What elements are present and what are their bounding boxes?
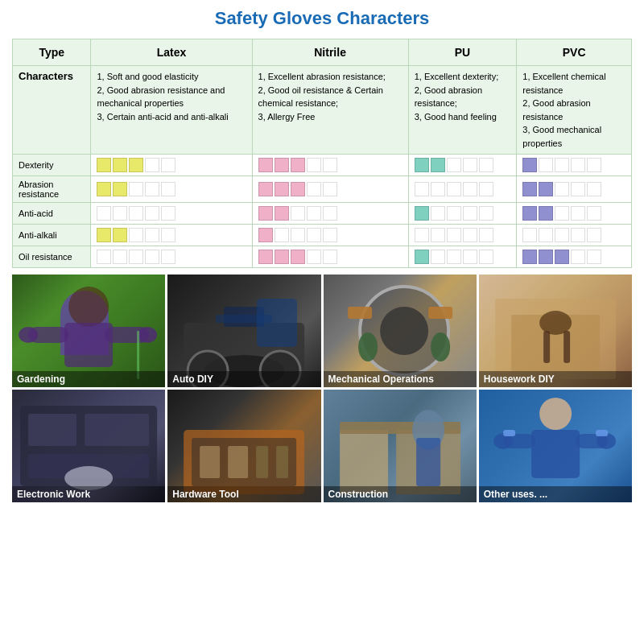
svg-rect-33 bbox=[256, 446, 268, 478]
construction-image: Construction bbox=[324, 390, 477, 502]
svg-point-0 bbox=[68, 287, 109, 327]
nitrile-dexterity bbox=[252, 155, 408, 176]
oilresistance-row: Oil resistance bbox=[13, 246, 632, 268]
pvc-chars-cell: 1, Excellent chemical resistance 2, Good… bbox=[517, 66, 632, 155]
col-pu: PU bbox=[408, 39, 517, 66]
electronic-label: Electronic Work bbox=[12, 486, 165, 502]
svg-rect-41 bbox=[531, 430, 580, 478]
housework-image: Housework DIY bbox=[479, 275, 632, 387]
svg-rect-35 bbox=[340, 430, 388, 494]
latex-antialkali bbox=[91, 225, 252, 246]
characters-row: Characters 1, Soft and good elasticity 2… bbox=[13, 66, 632, 155]
svg-rect-39 bbox=[416, 438, 440, 486]
abrasion-label: Abrasion resistance bbox=[13, 176, 91, 203]
use-cases-grid: Gardening Auto DIY Mechanical bbox=[12, 275, 632, 502]
col-type: Type bbox=[13, 39, 91, 66]
nitrile-chars-cell: 1, Excellent abrasion resistance; 2, Goo… bbox=[252, 66, 408, 155]
svg-rect-1 bbox=[64, 323, 113, 367]
dexterity-row: Dexterity bbox=[13, 155, 632, 176]
pu-dexterity bbox=[408, 155, 517, 176]
latex-dexterity bbox=[91, 155, 252, 176]
construction-label: Construction bbox=[324, 486, 477, 502]
svg-rect-34 bbox=[276, 446, 288, 478]
svg-point-18 bbox=[431, 332, 450, 361]
nitrile-oil bbox=[252, 246, 408, 268]
pvc-chars: 1, Excellent chemical resistance 2, Good… bbox=[522, 70, 625, 150]
mechanical-image: Mechanical Operations bbox=[324, 275, 477, 387]
oilresistance-label: Oil resistance bbox=[13, 246, 91, 268]
pvc-abrasion bbox=[517, 176, 632, 203]
antialkali-row: Anti-alkali bbox=[13, 225, 632, 246]
svg-rect-25 bbox=[28, 414, 76, 446]
svg-point-5 bbox=[138, 327, 157, 343]
gardening-image: Gardening bbox=[12, 275, 165, 387]
col-pvc: PVC bbox=[517, 39, 632, 66]
antiacid-row: Anti-acid bbox=[13, 203, 632, 225]
electronic-image: Electronic Work bbox=[12, 390, 165, 502]
pvc-oil bbox=[517, 246, 632, 268]
abrasion-row: Abrasion resistance bbox=[13, 176, 632, 203]
svg-rect-15 bbox=[348, 307, 372, 319]
pu-oil bbox=[408, 246, 517, 268]
nitrile-abrasion bbox=[252, 176, 408, 203]
svg-point-17 bbox=[358, 332, 378, 361]
latex-chars-cell: 1, Soft and good elasticity 2, Good abra… bbox=[91, 66, 252, 155]
svg-rect-31 bbox=[200, 446, 220, 478]
page-title: Safety Gloves Characters bbox=[12, 8, 632, 29]
pu-abrasion bbox=[408, 176, 517, 203]
hardware-image: Hardware Tool bbox=[167, 390, 320, 502]
svg-rect-26 bbox=[85, 414, 149, 446]
nitrile-chars: 1, Excellent abrasion resistance; 2, Goo… bbox=[258, 70, 402, 123]
svg-point-4 bbox=[19, 327, 38, 343]
characters-table: Type Latex Nitrile PU PVC Characters 1, … bbox=[12, 39, 632, 268]
dexterity-label: Dexterity bbox=[13, 155, 91, 176]
latex-antiacid bbox=[91, 203, 252, 225]
svg-rect-12 bbox=[216, 315, 272, 323]
antialkali-label: Anti-alkali bbox=[13, 225, 91, 246]
hardware-label: Hardware Tool bbox=[167, 486, 320, 502]
other-image: Other uses. ... bbox=[479, 390, 632, 502]
pvc-antialkali bbox=[517, 225, 632, 246]
latex-abrasion bbox=[91, 176, 252, 203]
gardening-label: Gardening bbox=[12, 371, 165, 387]
col-nitrile: Nitrile bbox=[252, 39, 408, 66]
housework-label: Housework DIY bbox=[479, 371, 632, 387]
svg-rect-22 bbox=[543, 331, 550, 363]
mechanical-label: Mechanical Operations bbox=[324, 371, 477, 387]
svg-rect-32 bbox=[228, 446, 248, 478]
pvc-antiacid bbox=[517, 203, 632, 225]
svg-rect-46 bbox=[503, 430, 515, 436]
svg-rect-47 bbox=[596, 430, 608, 436]
autodiy-label: Auto DIY bbox=[167, 371, 320, 387]
pu-antiacid bbox=[408, 203, 517, 225]
pvc-dexterity bbox=[517, 155, 632, 176]
pu-chars: 1, Excellent dexterity; 2, Good abrasion… bbox=[415, 70, 511, 123]
latex-oil bbox=[91, 246, 252, 268]
svg-rect-23 bbox=[564, 331, 570, 363]
pu-antialkali bbox=[408, 225, 517, 246]
other-label: Other uses. ... bbox=[479, 486, 632, 502]
row-characters-label: Characters bbox=[13, 66, 91, 155]
pu-chars-cell: 1, Excellent dexterity; 2, Good abrasion… bbox=[408, 66, 517, 155]
col-latex: Latex bbox=[91, 39, 252, 66]
svg-point-40 bbox=[539, 398, 572, 430]
svg-point-14 bbox=[380, 307, 428, 355]
svg-rect-16 bbox=[428, 307, 452, 319]
latex-chars: 1, Soft and good elasticity 2, Good abra… bbox=[97, 70, 246, 123]
autodiy-image: Auto DIY bbox=[167, 275, 320, 387]
antiacid-label: Anti-acid bbox=[13, 203, 91, 225]
nitrile-antiacid bbox=[252, 203, 408, 225]
nitrile-antialkali bbox=[252, 225, 408, 246]
